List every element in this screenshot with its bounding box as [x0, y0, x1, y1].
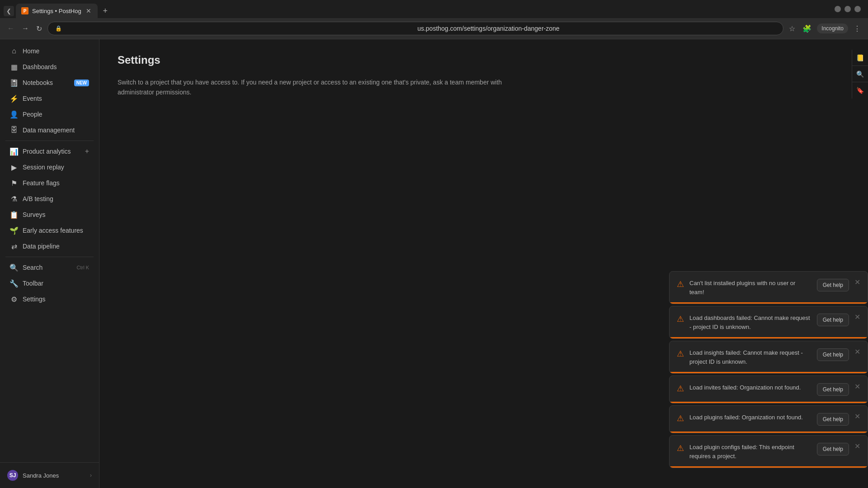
notebooks-badge: NEW: [74, 80, 89, 86]
toast-2-warning-icon: ⚠: [677, 314, 684, 324]
url-display: us.posthog.com/settings/organization-dan…: [417, 25, 776, 32]
sidebar-item-toolbar[interactable]: 🔧 Toolbar: [3, 276, 96, 291]
sidebar-label-home: Home: [23, 47, 89, 55]
toast-5: ⚠ Load plugins failed: Organization not …: [669, 405, 868, 433]
toast-5-warning-icon: ⚠: [677, 413, 684, 423]
back-button[interactable]: ←: [5, 23, 16, 34]
toast-5-message: Load plugins failed: Organization not fo…: [689, 413, 811, 422]
data-management-icon: 🗄: [10, 126, 18, 134]
sidebar-label-toolbar: Toolbar: [23, 280, 89, 287]
sidebar-item-early-access[interactable]: 🌱 Early access features: [3, 223, 96, 238]
close-button[interactable]: [854, 6, 861, 12]
sidebar-item-events[interactable]: ⚡ Events: [3, 91, 96, 106]
events-icon: ⚡: [10, 94, 18, 103]
user-avatar: SJ: [7, 470, 18, 481]
surveys-icon: 📋: [10, 211, 18, 219]
sidebar-footer: SJ Sandra Jones ›: [0, 462, 99, 488]
address-bar[interactable]: 🔒 us.posthog.com/settings/organization-d…: [47, 22, 783, 35]
toast-3-message: Load insights failed: Cannot make reques…: [689, 348, 811, 366]
sidebar-item-settings[interactable]: ⚙ Settings: [3, 291, 96, 307]
sidebar-label-notebooks: Notebooks: [23, 79, 70, 86]
sidebar-label-feature-flags: Feature flags: [23, 179, 89, 187]
tab-bar: ❮ P Settings • PostHog ✕ +: [0, 0, 868, 18]
sidebar-item-ab-testing[interactable]: ⚗ A/B testing: [3, 191, 96, 206]
right-sidebar-icon-1[interactable]: 📒: [852, 50, 868, 66]
sidebar-item-data-management[interactable]: 🗄 Data management: [3, 122, 96, 138]
sidebar-item-search[interactable]: 🔍 Search Ctrl K: [3, 260, 96, 275]
toast-4-message: Load invites failed: Organization not fo…: [689, 383, 811, 392]
toast-3: ⚠ Load insights failed: Cannot make requ…: [669, 341, 868, 374]
page-title: Settings: [118, 54, 850, 66]
browser-toolbar: ← → ↻ 🔒 us.posthog.com/settings/organiza…: [0, 18, 868, 39]
toast-1-close-button[interactable]: ✕: [854, 279, 860, 286]
tab-group-button[interactable]: ❮: [4, 6, 14, 16]
new-tab-button[interactable]: +: [99, 5, 112, 18]
toast-2-close-button[interactable]: ✕: [854, 314, 860, 321]
page-description: Switch to a project that you have access…: [118, 77, 524, 98]
sidebar-item-session-replay[interactable]: ▶ Session replay: [3, 160, 96, 175]
toast-1-warning-icon: ⚠: [677, 279, 684, 289]
product-analytics-icon: 📊: [10, 147, 18, 155]
user-name: Sandra Jones: [23, 472, 85, 479]
forward-button[interactable]: →: [20, 23, 31, 34]
toast-4-get-help-button[interactable]: Get help: [817, 383, 849, 396]
toast-6-close-button[interactable]: ✕: [854, 443, 860, 450]
sidebar-nav: ⌂ Home ▦ Dashboards 📓 Notebooks NEW ⚡ Ev…: [0, 39, 99, 462]
ab-testing-icon: ⚗: [10, 195, 18, 203]
toast-6-message: Load plugin configs failed: This endpoin…: [689, 443, 811, 460]
toast-3-get-help-button[interactable]: Get help: [817, 348, 849, 361]
data-pipeline-icon: ⇄: [10, 242, 18, 250]
toast-5-get-help-button[interactable]: Get help: [817, 413, 849, 426]
minimize-button[interactable]: [835, 6, 841, 12]
toast-4-warning-icon: ⚠: [677, 384, 684, 394]
extension-button[interactable]: 🧩: [801, 23, 813, 35]
sidebar-divider-2: [5, 257, 94, 257]
sidebar-label-ab-testing: A/B testing: [23, 195, 89, 202]
sidebar-label-events: Events: [23, 95, 89, 102]
refresh-button[interactable]: ↻: [34, 23, 44, 35]
menu-button[interactable]: ⋮: [852, 23, 863, 35]
toast-2-get-help-button[interactable]: Get help: [817, 314, 849, 326]
sidebar-label-surveys: Surveys: [23, 211, 89, 218]
product-analytics-add-icon[interactable]: +: [85, 147, 89, 155]
tab-favicon: P: [21, 7, 28, 14]
sidebar-item-data-pipeline[interactable]: ⇄ Data pipeline: [3, 239, 96, 254]
user-profile-item[interactable]: SJ Sandra Jones ›: [3, 466, 96, 484]
toast-1-message: Can't list installed plugins with no use…: [689, 279, 811, 296]
toast-2-message: Load dashboards failed: Cannot make requ…: [689, 314, 811, 331]
sidebar-label-early-access: Early access features: [23, 227, 89, 234]
sidebar-label-search: Search: [23, 264, 72, 271]
session-replay-icon: ▶: [10, 163, 18, 171]
sidebar-label-session-replay: Session replay: [23, 164, 89, 171]
feature-flags-icon: ⚑: [10, 179, 18, 187]
tab-title: Settings • PostHog: [32, 8, 81, 14]
browser-chrome: ❮ P Settings • PostHog ✕ + ← → ↻ 🔒 us.po…: [0, 0, 868, 39]
toast-5-close-button[interactable]: ✕: [854, 413, 860, 420]
sidebar-divider-1: [5, 141, 94, 141]
bookmark-button[interactable]: ☆: [787, 23, 797, 35]
sidebar-item-home[interactable]: ⌂ Home: [3, 43, 96, 59]
sidebar-item-feature-flags[interactable]: ⚑ Feature flags: [3, 175, 96, 191]
toast-6-warning-icon: ⚠: [677, 443, 684, 453]
dashboards-icon: ▦: [10, 63, 18, 71]
right-sidebar-icon-3[interactable]: 🔖: [852, 82, 868, 99]
sidebar-item-people[interactable]: 👤 People: [3, 107, 96, 122]
sidebar-item-dashboards[interactable]: ▦ Dashboards: [3, 59, 96, 75]
sidebar-item-surveys[interactable]: 📋 Surveys: [3, 207, 96, 222]
toast-6-get-help-button[interactable]: Get help: [817, 443, 849, 455]
sidebar-label-settings: Settings: [23, 296, 89, 303]
toast-3-warning-icon: ⚠: [677, 349, 684, 359]
maximize-button[interactable]: [844, 6, 851, 12]
active-tab[interactable]: P Settings • PostHog ✕: [16, 4, 98, 18]
toast-3-close-button[interactable]: ✕: [854, 348, 860, 356]
toolbar-actions: ☆ 🧩 Incognito ⋮: [787, 23, 863, 35]
right-sidebar-icon-2[interactable]: 🔍: [852, 66, 868, 82]
sidebar-item-notebooks[interactable]: 📓 Notebooks NEW: [3, 75, 96, 90]
sidebar-item-product-analytics[interactable]: 📊 Product analytics +: [3, 144, 96, 159]
tab-close-button[interactable]: ✕: [85, 7, 92, 14]
right-sidebar: 📒 🔍 🔖: [852, 50, 868, 99]
toast-4-close-button[interactable]: ✕: [854, 383, 860, 390]
toast-6: ⚠ Load plugin configs failed: This endpo…: [669, 435, 868, 468]
sidebar-label-data-pipeline: Data pipeline: [23, 243, 89, 250]
toast-1-get-help-button[interactable]: Get help: [817, 279, 849, 291]
